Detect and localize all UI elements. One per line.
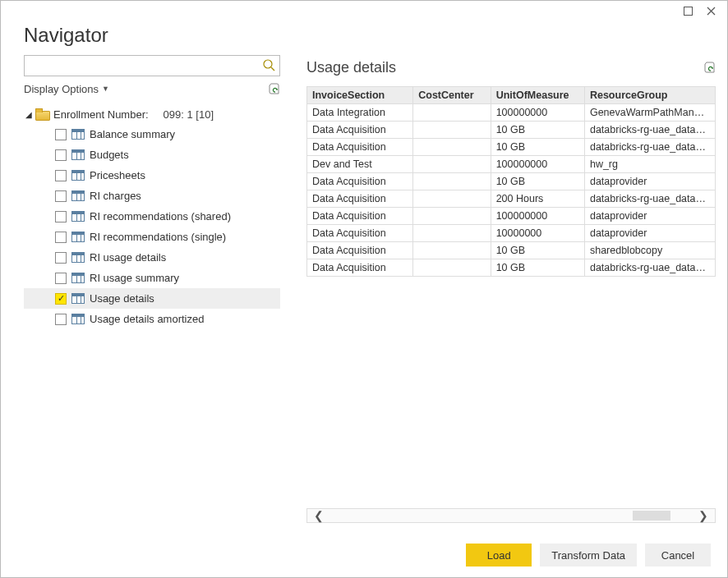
table-cell: 10 GB — [491, 173, 584, 190]
table-row[interactable]: Dev and Test100000000hw_rg — [307, 156, 716, 173]
checkbox[interactable] — [55, 211, 67, 222]
tree-item[interactable]: Usage details amortized — [24, 309, 280, 329]
tree-item-label: RI charges — [90, 190, 141, 202]
tree-item-label: RI usage summary — [90, 272, 179, 284]
table-cell — [413, 122, 491, 139]
table-cell: Data Acquisition — [307, 208, 413, 225]
dialog-title: Navigator — [24, 24, 704, 47]
scroll-track[interactable] — [329, 509, 693, 522]
table-cell: 100000000 — [491, 156, 584, 173]
table-icon — [71, 273, 85, 283]
column-header[interactable]: CostCenter — [413, 87, 491, 104]
table-header-row: InvoiceSectionCostCenterUnitOfMeasureRes… — [307, 87, 716, 104]
table-cell: dataprovider — [584, 225, 715, 242]
tree-item-label: Pricesheets — [90, 169, 145, 181]
navigator-dialog: Navigator Display Options ▼ — [0, 0, 728, 578]
tree-item[interactable]: ✓Usage details — [24, 288, 280, 309]
tree-parent-row[interactable]: ◢ Enrollment Number: 099: 1 [10] — [24, 104, 280, 124]
preview-refresh-icon[interactable] — [703, 61, 716, 74]
table-row[interactable]: Data Integration100000000GenevaWarmPathM… — [307, 104, 716, 122]
maximize-icon[interactable] — [676, 2, 699, 19]
refresh-icon[interactable] — [267, 82, 280, 95]
table-cell: 10 GB — [491, 122, 584, 139]
scroll-thumb[interactable] — [633, 511, 670, 521]
table-cell: Data Acquisition — [307, 190, 413, 208]
tree-item-label: Usage details amortized — [90, 313, 204, 325]
table-cell: 100000000 — [491, 208, 584, 225]
transform-data-button[interactable]: Transform Data — [540, 544, 637, 567]
column-header[interactable]: UnitOfMeasure — [491, 87, 584, 104]
cancel-button[interactable]: Cancel — [645, 544, 711, 567]
search-box[interactable] — [24, 55, 280, 76]
scroll-left-icon[interactable]: ❮ — [309, 510, 329, 521]
table-cell — [413, 156, 491, 173]
table-row[interactable]: Data Acquisition10 GBdatabricks-rg-uae_d… — [307, 139, 716, 156]
table-cell: Data Acquisition — [307, 225, 413, 242]
checkbox[interactable] — [55, 129, 67, 140]
tree-item[interactable]: RI recommendations (single) — [24, 227, 280, 247]
table-cell: databricks-rg-uae_databricks- — [584, 122, 715, 139]
table-row[interactable]: Data Acquisition10000000dataprovider — [307, 225, 716, 242]
table-cell — [413, 104, 491, 122]
dialog-footer: Load Transform Data Cancel — [1, 533, 727, 577]
table-row[interactable]: Data Acquisition10 GBdataprovider — [307, 173, 716, 190]
column-header[interactable]: InvoiceSection — [307, 87, 413, 104]
column-header[interactable]: ResourceGroup — [584, 87, 715, 104]
preview-table: InvoiceSectionCostCenterUnitOfMeasureRes… — [306, 86, 716, 277]
collapse-icon[interactable]: ◢ — [25, 110, 35, 119]
table-cell — [413, 242, 491, 259]
table-row[interactable]: Data Acquisition10 GBdatabricks-rg-uae_d… — [307, 122, 716, 139]
display-options-dropdown[interactable]: Display Options ▼ — [24, 83, 109, 95]
tree-parent-suffix: 099: 1 [10] — [164, 108, 214, 121]
table-icon — [71, 170, 85, 181]
scroll-right-icon[interactable]: ❯ — [693, 510, 713, 521]
table-cell: Data Integration — [307, 104, 413, 122]
checkbox[interactable] — [55, 314, 67, 325]
table-icon — [71, 211, 85, 222]
checkbox[interactable] — [55, 190, 67, 202]
checkbox[interactable] — [55, 273, 67, 284]
tree-item-label: Balance summary — [90, 128, 175, 140]
horizontal-scrollbar[interactable]: ❮ ❯ — [306, 508, 716, 523]
table-cell: 100000000 — [491, 104, 584, 122]
table-row[interactable]: Data Acquisition10 GBdatabricks-rg-uae_d… — [307, 259, 716, 277]
table-icon — [71, 293, 85, 304]
preview-panel: Usage details InvoiceSectionCostCenterUn… — [280, 55, 716, 523]
checkbox[interactable] — [55, 252, 67, 264]
table-cell — [413, 259, 491, 277]
svg-point-1 — [264, 60, 272, 68]
table-row[interactable]: Data Acquisition10 GBsharedblobcopy — [307, 242, 716, 259]
table-cell: 200 Hours — [491, 190, 584, 208]
tree-item-label: Usage details — [90, 292, 154, 305]
tree-item[interactable]: Budgets — [24, 144, 280, 165]
checkbox[interactable]: ✓ — [55, 293, 67, 305]
search-icon[interactable] — [261, 57, 276, 72]
table-row[interactable]: Data Acquisition100000000dataprovider — [307, 208, 716, 225]
table-cell: 10 GB — [491, 259, 584, 277]
checkbox[interactable] — [55, 170, 67, 181]
checkbox[interactable] — [55, 149, 67, 161]
load-button[interactable]: Load — [466, 544, 532, 567]
table-cell: Data Acquisition — [307, 122, 413, 139]
table-icon — [71, 232, 85, 242]
checkbox[interactable] — [55, 232, 67, 243]
tree-item[interactable]: Balance summary — [24, 124, 280, 144]
table-row[interactable]: Data Acquisition200 Hoursdatabricks-rg-u… — [307, 190, 716, 208]
tree-parent-label: Enrollment Number: — [53, 108, 149, 121]
tree-item[interactable]: RI usage summary — [24, 268, 280, 288]
search-input[interactable] — [25, 56, 258, 76]
table-cell — [413, 208, 491, 225]
table-cell: Dev and Test — [307, 156, 413, 173]
display-options-label: Display Options — [24, 83, 99, 95]
tree-item[interactable]: Pricesheets — [24, 165, 280, 186]
tree-item-label: Budgets — [90, 149, 129, 161]
close-icon[interactable] — [699, 2, 722, 19]
table-cell: Data Acquisition — [307, 139, 413, 156]
tree-item-label: RI recommendations (shared) — [90, 210, 231, 222]
tree-item[interactable]: RI usage details — [24, 247, 280, 268]
svg-rect-0 — [684, 7, 692, 15]
tree-item[interactable]: RI charges — [24, 186, 280, 206]
table-cell — [413, 139, 491, 156]
tree-item[interactable]: RI recommendations (shared) — [24, 206, 280, 227]
table-cell: GenevaWarmPathManageRG — [584, 104, 715, 122]
